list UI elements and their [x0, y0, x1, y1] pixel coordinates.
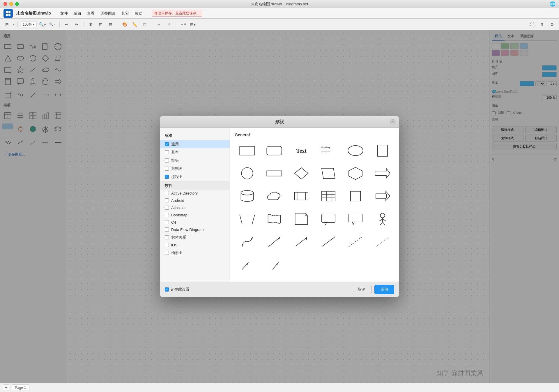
preview-parallelogram[interactable] — [316, 163, 341, 184]
table-btn[interactable]: ⊞▾ — [189, 20, 197, 29]
preview-square[interactable] — [370, 141, 395, 161]
grid-toggle-btn[interactable]: ⊞ — [3, 20, 11, 29]
cat-arrow[interactable]: 箭头 — [160, 156, 230, 165]
cancel-btn[interactable]: 取消 — [352, 285, 372, 294]
zoom-out-btn[interactable]: 🔍− — [48, 20, 56, 29]
apply-btn[interactable]: 应用 — [374, 285, 394, 294]
preview-cloud[interactable] — [262, 186, 286, 206]
undo-btn[interactable]: ↩ — [63, 20, 71, 29]
preview-trapezoid[interactable] — [235, 209, 259, 229]
menu-file[interactable]: 文件 — [58, 10, 70, 17]
menu-edit[interactable]: 编辑 — [71, 10, 84, 17]
cat-general[interactable]: ✓ 通用 — [160, 140, 230, 148]
preview-text[interactable]: Text — [289, 141, 314, 161]
preview-rect[interactable] — [235, 141, 259, 161]
cat-active-directory[interactable]: Active Directory — [160, 190, 230, 197]
preview-hexagon[interactable] — [343, 163, 368, 184]
preview-process[interactable] — [289, 186, 314, 206]
insert-btn[interactable]: ＋▾ — [179, 20, 187, 29]
menu-view[interactable]: 查看 — [85, 10, 97, 17]
add-page-btn[interactable]: + — [3, 384, 9, 391]
menu-help[interactable]: 帮助 — [132, 10, 145, 17]
cat-atlassian[interactable]: Atlassian — [160, 204, 230, 211]
preview-diamond[interactable] — [289, 163, 314, 184]
preview-s-arrow[interactable] — [235, 232, 259, 252]
connector-btn[interactable]: → — [155, 20, 163, 29]
fill-color-btn[interactable]: 🎨 — [121, 20, 129, 29]
preview-rounded-rect[interactable] — [262, 141, 286, 161]
cat-ios[interactable]: iOS — [160, 241, 230, 249]
cat-clipart[interactable]: 剪贴画 — [160, 165, 230, 173]
cat-ios-checkbox[interactable] — [165, 243, 169, 247]
window-controls[interactable] — [3, 2, 19, 6]
preview-data-store[interactable] — [316, 186, 341, 206]
fullscreen-btn[interactable]: ⛶ — [528, 20, 536, 29]
menu-adjust[interactable]: 调整图形 — [98, 10, 118, 17]
modal-close-btn[interactable]: × — [390, 119, 395, 124]
preview-arrow-filled[interactable] — [370, 186, 395, 206]
zoom-in-btn[interactable]: 🔍+ — [38, 20, 47, 29]
shapes-preview-title: General — [235, 133, 394, 137]
paste-btn[interactable]: ⊟ — [107, 20, 115, 29]
zoom-control[interactable]: 100% ▾ — [21, 22, 37, 27]
cat-c4-checkbox[interactable] — [165, 220, 169, 224]
cat-flowchart[interactable]: ✓ 流程图 — [160, 173, 230, 181]
preview-page[interactable] — [289, 209, 314, 229]
svg-marker-75 — [349, 167, 362, 180]
cat-ad-checkbox[interactable] — [165, 191, 169, 195]
menu-other[interactable]: 其它 — [119, 10, 131, 17]
line-color-btn[interactable]: ✏️ — [131, 20, 139, 29]
preview-wide-rect[interactable] — [262, 163, 286, 184]
cat-erd[interactable]: 实体关系 — [160, 233, 230, 241]
copy-btn[interactable]: ⊡ — [97, 20, 105, 29]
page-tab[interactable]: Page-1 — [12, 384, 29, 391]
close-button[interactable] — [3, 2, 7, 6]
cat-android[interactable]: Android — [160, 197, 230, 204]
cat-flowchart-checkbox[interactable]: ✓ — [165, 175, 169, 179]
cat-dfd[interactable]: Data Flow Diagram — [160, 226, 230, 233]
cat-basic[interactable]: 基本 — [160, 148, 230, 156]
settings-btn[interactable]: ⚙ — [548, 20, 556, 29]
cat-atlassian-checkbox[interactable] — [165, 206, 169, 210]
preview-circle[interactable] — [235, 163, 259, 184]
cat-general-checkbox[interactable]: ✓ — [165, 142, 169, 146]
cat-android-checkbox[interactable] — [165, 198, 169, 202]
cat-clipart-checkbox[interactable] — [165, 167, 169, 171]
preview-small-arrow2[interactable] — [262, 254, 286, 275]
cat-bootstrap[interactable]: Bootstrap — [160, 211, 230, 219]
svg-marker-89 — [376, 191, 390, 201]
preview-callout[interactable] — [316, 209, 341, 229]
preview-speech[interactable] — [343, 209, 368, 229]
preview-arrow-right[interactable] — [370, 163, 395, 184]
cat-bootstrap-checkbox[interactable] — [165, 213, 169, 217]
maximize-button[interactable] — [15, 2, 19, 6]
cat-arrow-checkbox[interactable] — [165, 158, 169, 163]
svg-text:Text: Text — [296, 148, 307, 154]
preview-wave[interactable] — [262, 209, 286, 229]
preview-ellipse[interactable] — [343, 141, 368, 161]
preview-document[interactable] — [343, 186, 368, 206]
cat-basic-checkbox[interactable] — [165, 150, 169, 154]
delete-btn[interactable]: 🗑 — [87, 20, 95, 29]
cat-erd-checkbox[interactable] — [165, 235, 169, 239]
redo-btn[interactable]: ↪ — [72, 20, 81, 29]
cat-barrel[interactable]: 桶形图 — [160, 249, 230, 257]
preview-diag-line[interactable] — [316, 232, 341, 252]
preview-cylinder[interactable] — [235, 186, 259, 206]
minimize-button[interactable] — [9, 2, 13, 6]
preview-small-arrow1[interactable] — [235, 254, 259, 275]
cat-barrel-checkbox[interactable] — [165, 251, 169, 255]
waypoint-btn[interactable]: ↗ — [165, 20, 173, 29]
preview-person[interactable] — [370, 209, 395, 229]
remember-checkbox[interactable]: ✓ — [165, 287, 169, 292]
preview-diag-arrow2[interactable] — [289, 232, 314, 252]
preview-dashed-line[interactable] — [343, 232, 368, 252]
shape-btn[interactable]: □ — [141, 20, 149, 29]
save-notice[interactable]: 修改未保存。点击此处保存。 — [152, 10, 202, 17]
cat-dfd-checkbox[interactable] — [165, 227, 169, 232]
preview-heading[interactable]: Heading Lorem ipsum dolor sit amet conse… — [316, 141, 341, 161]
preview-thin-dashed[interactable] — [370, 232, 395, 252]
share-btn[interactable]: ⬆ — [538, 20, 546, 29]
cat-c4[interactable]: C4 — [160, 219, 230, 226]
preview-diag-arrow[interactable] — [262, 232, 286, 252]
